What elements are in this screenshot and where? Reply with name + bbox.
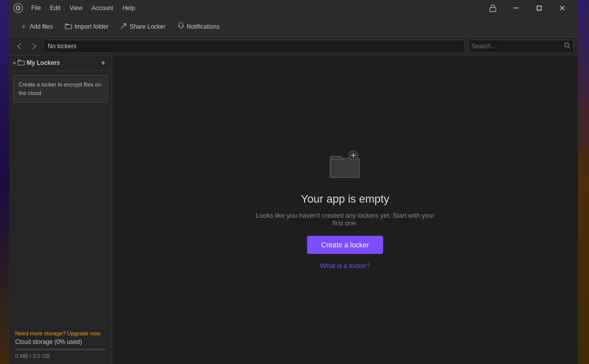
- search-container: [468, 40, 574, 53]
- svg-rect-12: [330, 158, 359, 177]
- share-locker-button[interactable]: Share Locker: [115, 20, 170, 33]
- minimize-button[interactable]: [504, 0, 528, 16]
- import-folder-icon: [65, 23, 72, 31]
- lockers-folder-icon: [18, 59, 25, 67]
- notifications-button[interactable]: Notifications: [173, 20, 225, 33]
- my-lockers-label: My Lockers: [27, 59, 60, 66]
- svg-rect-8: [65, 25, 72, 29]
- notifications-icon: [178, 22, 184, 31]
- sidebar: ▾ My Lockers + Create a locker to encryp…: [9, 55, 112, 364]
- lock-icon: [481, 0, 504, 16]
- sidebar-spacer: [9, 107, 112, 325]
- storage-bar-background: [15, 348, 106, 350]
- content-area: Your app is empty Looks like you haven't…: [112, 55, 578, 364]
- menu-edit[interactable]: Edit: [46, 4, 64, 13]
- my-lockers-header[interactable]: ▾ My Lockers +: [9, 55, 112, 71]
- svg-rect-11: [18, 61, 25, 65]
- sidebar-tooltip-card: Create a locker to encrypt files on the …: [13, 75, 108, 103]
- maximize-button[interactable]: [528, 0, 551, 16]
- app-logo: [13, 3, 23, 13]
- bg-right-decoration: [578, 0, 589, 364]
- storage-upgrade-link[interactable]: Need more storage? Upgrade now.: [15, 330, 106, 336]
- tooltip-text: Create a locker to encrypt files on the …: [19, 81, 101, 96]
- import-folder-button[interactable]: Import folder: [60, 20, 113, 33]
- storage-numbers: 0 MB / 3,0 GB: [15, 353, 106, 359]
- create-locker-button[interactable]: Create a locker: [307, 236, 383, 254]
- forward-button[interactable]: [28, 40, 40, 52]
- title-bar: File Edit View Account Help: [9, 0, 578, 16]
- menu-file[interactable]: File: [27, 4, 45, 13]
- menu-account[interactable]: Account: [88, 4, 117, 13]
- empty-state-subtitle: Looks like you haven't created any locke…: [255, 212, 436, 227]
- window-controls: [481, 0, 574, 16]
- what-is-locker-link[interactable]: What is a locker?: [320, 262, 371, 269]
- sidebar-storage: Need more storage? Upgrade now. Cloud st…: [9, 325, 112, 364]
- chevron-down-icon: ▾: [13, 60, 16, 66]
- app-window: File Edit View Account Help: [9, 0, 578, 364]
- address-input[interactable]: [43, 40, 465, 53]
- add-icon: ＋: [20, 22, 27, 31]
- address-bar-row: [9, 37, 578, 55]
- back-button[interactable]: [13, 40, 25, 52]
- storage-label: Cloud storage (0% used): [15, 338, 106, 345]
- bg-left-decoration: [0, 0, 9, 364]
- empty-state-icon: [329, 150, 361, 183]
- svg-rect-4: [513, 8, 519, 9]
- toolbar: ＋ Add files Import folder Share Locker: [9, 16, 578, 37]
- menu-view[interactable]: View: [65, 4, 87, 13]
- main-content: ▾ My Lockers + Create a locker to encryp…: [9, 55, 578, 364]
- close-button[interactable]: [551, 0, 574, 16]
- svg-rect-5: [537, 6, 542, 11]
- share-icon: [120, 23, 127, 31]
- search-input[interactable]: [472, 43, 562, 50]
- menu-bar: File Edit View Account Help: [27, 4, 481, 13]
- svg-point-2: [17, 7, 19, 9]
- menu-help[interactable]: Help: [118, 4, 139, 13]
- empty-state-title: Your app is empty: [301, 193, 389, 206]
- search-icon[interactable]: [564, 42, 570, 50]
- add-locker-button[interactable]: +: [99, 58, 108, 67]
- add-files-button[interactable]: ＋ Add files: [15, 20, 58, 34]
- svg-line-10: [568, 46, 570, 48]
- svg-rect-3: [490, 8, 496, 12]
